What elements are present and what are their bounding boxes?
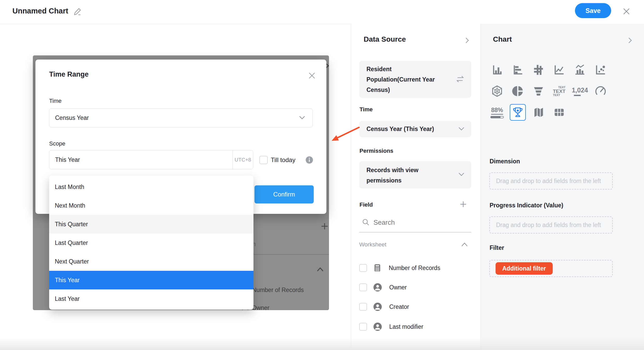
chart-type-grouped-column-icon[interactable] [528, 62, 549, 78]
modal-title: Time Range [49, 70, 89, 78]
permissions-section-label: Permissions [360, 148, 393, 154]
time-range-select[interactable]: Census Year (This Year) [359, 121, 471, 137]
chart-type-number-icon[interactable]: 1,024 [570, 83, 590, 99]
dropdown-option-this-quarter[interactable]: This Quarter [49, 215, 253, 234]
calculator-icon [373, 264, 381, 272]
swap-icon[interactable] [456, 75, 465, 83]
dimmed-row-number-of-records: Number of Records [252, 287, 304, 294]
chart-type-line-icon[interactable] [549, 62, 570, 78]
dropdown-option-last-month[interactable]: Last Month [49, 178, 253, 196]
field-section-label: Field [360, 201, 373, 208]
panel-chevron-right-icon[interactable] [627, 37, 633, 43]
chevron-down-icon [458, 172, 465, 177]
data-source-card[interactable]: Resident Population(Current Year Census) [359, 61, 471, 98]
field-checkbox[interactable] [359, 283, 367, 291]
field-row-label: Last modifier [389, 323, 423, 330]
chart-type-bar-icon[interactable] [507, 62, 528, 78]
chart-type-pie-icon[interactable] [507, 83, 528, 99]
additional-filter-button[interactable]: Additional filter [496, 262, 553, 275]
chart-type-map-icon[interactable] [528, 104, 549, 121]
chart-type-scatter-icon[interactable] [590, 62, 611, 78]
till-today-checkbox[interactable] [259, 156, 268, 164]
add-field-icon[interactable] [459, 200, 467, 208]
chart-type-funnel-icon[interactable] [528, 83, 549, 99]
confirm-button[interactable]: Confirm [254, 185, 314, 203]
time-select-value: Census Year [49, 114, 89, 121]
annotation-arrow [326, 122, 367, 146]
field-row-last-modifier[interactable]: Last modifier [359, 319, 473, 334]
search-underline [359, 232, 471, 232]
scope-input[interactable]: This Year UTC+8 [49, 150, 253, 169]
till-today-label: Till today [271, 156, 295, 164]
field-row-label: Creator [389, 303, 409, 310]
chart-type-goal-icon[interactable] [510, 104, 526, 121]
scope-dropdown-list: Last Month Next Month This Quarter Last … [49, 176, 253, 310]
chart-type-column-icon[interactable] [487, 62, 507, 78]
chevron-down-icon [458, 127, 465, 131]
chart-type-table-icon[interactable] [549, 104, 570, 121]
value-dropzone[interactable]: Drag and drop to add fields from the lef… [489, 216, 613, 234]
dimension-placeholder: Drag and drop to add fields from the lef… [490, 178, 601, 185]
chart-type-grid: TEXT TEXT TEXT 1,024 88% [487, 62, 611, 121]
dimension-dropzone[interactable]: Drag and drop to add fields from the lef… [489, 172, 613, 189]
person-icon [373, 302, 382, 311]
field-row-number-of-records[interactable]: Number of Records [359, 260, 473, 276]
close-icon[interactable] [622, 7, 631, 16]
field-row-creator[interactable]: Creator [359, 299, 473, 315]
chart-editor-window: Unnamed Chart Save n Numbe [0, 0, 644, 350]
permissions-select-value: Records with view permissions [366, 165, 439, 186]
top-bar: Unnamed Chart Save [0, 0, 644, 24]
time-field-label: Time [49, 98, 62, 104]
save-button-label: Save [586, 7, 601, 14]
scope-input-value: This Year [49, 156, 80, 163]
chart-type-word-cloud-icon[interactable]: TEXT TEXT TEXT [549, 83, 570, 99]
chart-panel-title: Chart [493, 35, 512, 43]
search-icon [362, 218, 369, 226]
edit-title-icon[interactable] [73, 8, 81, 16]
dropdown-option-last-year[interactable]: Last Year [49, 289, 253, 308]
field-checkbox[interactable] [359, 303, 367, 311]
chart-type-combo-icon[interactable] [570, 62, 590, 78]
data-source-title: Data Source [364, 35, 406, 43]
dropdown-option-next-quarter[interactable]: Next Quarter [49, 252, 253, 271]
timezone-badge: UTC+8 [233, 150, 253, 169]
page-title: Unnamed Chart [12, 7, 68, 15]
chart-type-progress-icon[interactable]: 88% [487, 104, 507, 121]
worksheet-collapse-icon[interactable] [461, 241, 468, 248]
field-row-label: Number of Records [389, 265, 440, 272]
modal-close-icon[interactable] [308, 71, 316, 80]
data-source-name: Resident Population(Current Year Census) [366, 64, 444, 95]
additional-filter-label: Additional filter [502, 265, 546, 272]
chevron-down-icon [299, 115, 305, 120]
time-range-select-value: Census Year (This Year) [359, 126, 434, 133]
dimmed-divider [253, 254, 329, 255]
panel-chevron-right-icon[interactable] [464, 37, 470, 43]
permissions-select[interactable]: Records with view permissions [359, 161, 471, 188]
time-select[interactable]: Census Year [49, 108, 313, 127]
dropdown-option-this-year[interactable]: This Year [49, 271, 253, 289]
field-row-owner[interactable]: Owner [359, 280, 473, 295]
field-search-input[interactable] [373, 217, 470, 227]
confirm-button-label: Confirm [273, 191, 295, 198]
dimmed-plus-icon [320, 222, 329, 230]
scope-field-label: Scope [49, 140, 65, 147]
filter-dropzone[interactable]: Additional filter [489, 260, 613, 277]
dropdown-option-next-month[interactable]: Next Month [49, 196, 253, 215]
time-section-label: Time [360, 106, 373, 113]
info-icon[interactable] [305, 156, 313, 164]
dimmed-row-owner: Owner [252, 304, 269, 310]
save-button[interactable]: Save [575, 3, 611, 18]
chart-type-radar-icon[interactable] [487, 83, 507, 99]
data-source-panel: Data Source Resident Population(Current … [351, 24, 481, 350]
value-placeholder: Drag and drop to add fields from the lef… [490, 222, 601, 229]
chart-type-gauge-icon[interactable] [590, 83, 611, 99]
person-icon [373, 283, 382, 292]
dropdown-option-last-quarter[interactable]: Last Quarter [49, 234, 253, 252]
field-row-label: Owner [389, 284, 407, 291]
dimmed-chevron-up-icon [316, 266, 324, 273]
field-checkbox[interactable] [359, 264, 367, 272]
person-icon [373, 322, 382, 331]
worksheet-section-label: Worksheet [359, 241, 386, 248]
field-checkbox[interactable] [359, 323, 367, 331]
